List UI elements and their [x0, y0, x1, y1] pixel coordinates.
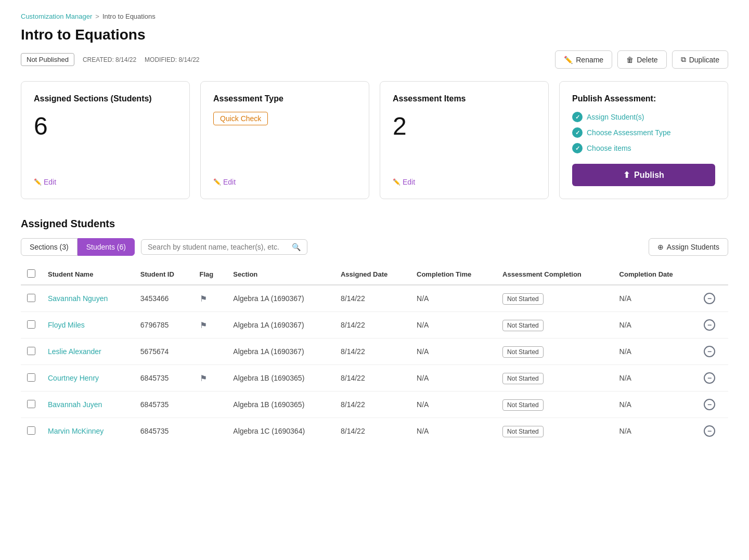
tab-students[interactable]: Students (6): [78, 238, 135, 256]
page-title: Intro to Equations: [21, 27, 728, 43]
assessment-type-edit[interactable]: ✏️ Edit: [213, 178, 356, 186]
row-section-3: Algebra 1B (1690365): [227, 365, 334, 392]
row-completion-time-0: N/A: [410, 285, 496, 312]
not-started-badge-5: Not Started: [502, 426, 544, 437]
remove-button-3[interactable]: −: [704, 372, 715, 384]
publish-icon: ⬆: [623, 170, 630, 180]
row-remove-1: −: [698, 312, 728, 338]
row-completion-date-4: N/A: [613, 392, 698, 418]
check-circle-icon-1: [572, 112, 583, 122]
remove-button-1[interactable]: −: [704, 319, 715, 331]
not-started-badge-0: Not Started: [502, 293, 544, 305]
col-student-id: Student ID: [134, 264, 193, 285]
publish-assessment-card: Publish Assessment: Assign Student(s) Ch…: [559, 81, 728, 199]
student-name-link-0[interactable]: Savannah Nguyen: [48, 294, 108, 303]
assigned-students-title: Assigned Students: [21, 218, 728, 230]
row-assessment-completion-0: Not Started: [496, 285, 613, 312]
student-name-link-1[interactable]: Floyd Miles: [48, 321, 85, 329]
plus-icon: ⊕: [657, 243, 664, 251]
row-flag-0: ⚑: [193, 285, 227, 312]
remove-button-0[interactable]: −: [704, 293, 715, 304]
not-started-badge-1: Not Started: [502, 320, 544, 331]
assigned-sections-edit[interactable]: ✏️ Edit: [34, 178, 177, 186]
row-checkbox-4[interactable]: [27, 400, 35, 408]
rename-button[interactable]: ✏️ Rename: [555, 50, 612, 69]
publish-button[interactable]: ⬆ Publish: [572, 164, 715, 186]
cards-row: Assigned Sections (Students) 6 ✏️ Edit A…: [21, 81, 728, 199]
assessment-items-title: Assessment Items: [393, 94, 536, 103]
meta-row: Not Published CREATED: 8/14/22 MODIFIED:…: [21, 50, 728, 69]
table-row: Marvin McKinney 6845735 Algebra 1C (1690…: [21, 418, 728, 445]
row-section-1: Algebra 1A (1690367): [227, 312, 334, 338]
row-completion-date-2: N/A: [613, 338, 698, 365]
status-badge: Not Published: [21, 53, 74, 66]
row-completion-time-1: N/A: [410, 312, 496, 338]
row-checkbox-3[interactable]: [27, 373, 35, 382]
publish-assessment-title: Publish Assessment:: [572, 94, 715, 103]
edit-pencil-icon-2: ✏️: [213, 178, 221, 186]
col-student-name: Student Name: [42, 264, 134, 285]
checklist-label-1[interactable]: Assign Student(s): [587, 113, 644, 121]
not-started-badge-3: Not Started: [502, 373, 544, 384]
assigned-sections-edit-label: Edit: [44, 178, 56, 186]
breadcrumb: Customization Manager > Intro to Equatio…: [21, 12, 728, 20]
remove-button-4[interactable]: −: [704, 399, 715, 410]
student-name-link-2[interactable]: Leslie Alexander: [48, 347, 101, 356]
row-student-name-3: Courtney Henry: [42, 365, 134, 392]
select-all-checkbox[interactable]: [27, 269, 35, 278]
row-assessment-completion-2: Not Started: [496, 338, 613, 365]
search-input[interactable]: [148, 243, 289, 251]
not-started-badge-4: Not Started: [502, 399, 544, 411]
col-flag: Flag: [193, 264, 227, 285]
remove-button-2[interactable]: −: [704, 346, 715, 357]
duplicate-button[interactable]: ⧉ Duplicate: [672, 50, 728, 69]
row-completion-time-5: N/A: [410, 418, 496, 445]
table-row: Bavannah Juyen 6845735 Algebra 1B (16903…: [21, 392, 728, 418]
row-student-name-4: Bavannah Juyen: [42, 392, 134, 418]
row-remove-2: −: [698, 338, 728, 365]
student-name-link-5[interactable]: Marvin McKinney: [48, 427, 104, 435]
tab-sections[interactable]: Sections (3): [21, 238, 78, 256]
row-checkbox-cell: [21, 365, 42, 392]
checklist-label-3[interactable]: Choose items: [587, 144, 631, 152]
col-completion-date: Completion Date: [613, 264, 698, 285]
row-checkbox-cell: [21, 418, 42, 445]
edit-pencil-icon: ✏️: [34, 178, 42, 186]
row-flag-1: ⚑: [193, 312, 227, 338]
assessment-type-card: Assessment Type Quick Check ✏️ Edit: [200, 81, 369, 199]
assign-students-button[interactable]: ⊕ Assign Students: [649, 238, 728, 256]
check-circle-icon-3: [572, 143, 583, 153]
filter-row: Sections (3) Students (6) 🔍 ⊕ Assign Stu…: [21, 238, 728, 256]
row-completion-date-1: N/A: [613, 312, 698, 338]
col-assigned-date: Assigned Date: [334, 264, 410, 285]
row-completion-date-5: N/A: [613, 418, 698, 445]
row-student-name-5: Marvin McKinney: [42, 418, 134, 445]
row-checkbox-1[interactable]: [27, 320, 35, 329]
assessment-items-edit-label: Edit: [403, 178, 415, 186]
check-circle-icon-2: [572, 127, 583, 138]
students-table: Student Name Student ID Flag Section Ass…: [21, 264, 728, 444]
col-actions: [698, 264, 728, 285]
delete-button[interactable]: 🗑 Delete: [617, 50, 666, 69]
row-checkbox-0[interactable]: [27, 294, 35, 302]
row-checkbox-2[interactable]: [27, 347, 35, 355]
meta-actions: ✏️ Rename 🗑 Delete ⧉ Duplicate: [555, 50, 728, 69]
row-student-name-2: Leslie Alexander: [42, 338, 134, 365]
row-checkbox-5[interactable]: [27, 426, 35, 435]
remove-button-5[interactable]: −: [704, 425, 715, 437]
search-box[interactable]: 🔍: [141, 239, 307, 255]
row-student-name-0: Savannah Nguyen: [42, 285, 134, 312]
row-completion-time-2: N/A: [410, 338, 496, 365]
row-section-2: Algebra 1A (1690367): [227, 338, 334, 365]
col-section: Section: [227, 264, 334, 285]
student-name-link-3[interactable]: Courtney Henry: [48, 374, 99, 382]
assessment-items-value: 2: [393, 112, 536, 178]
checklist-label-2[interactable]: Choose Assessment Type: [587, 128, 671, 137]
student-name-link-4[interactable]: Bavannah Juyen: [48, 400, 102, 409]
row-student-id-4: 6845735: [134, 392, 193, 418]
assessment-items-edit[interactable]: ✏️ Edit: [393, 178, 536, 186]
row-checkbox-cell: [21, 338, 42, 365]
table-row: Courtney Henry 6845735 ⚑ Algebra 1B (169…: [21, 365, 728, 392]
breadcrumb-parent-link[interactable]: Customization Manager: [21, 12, 92, 20]
modified-label: MODIFIED: 8/14/22: [145, 56, 199, 63]
